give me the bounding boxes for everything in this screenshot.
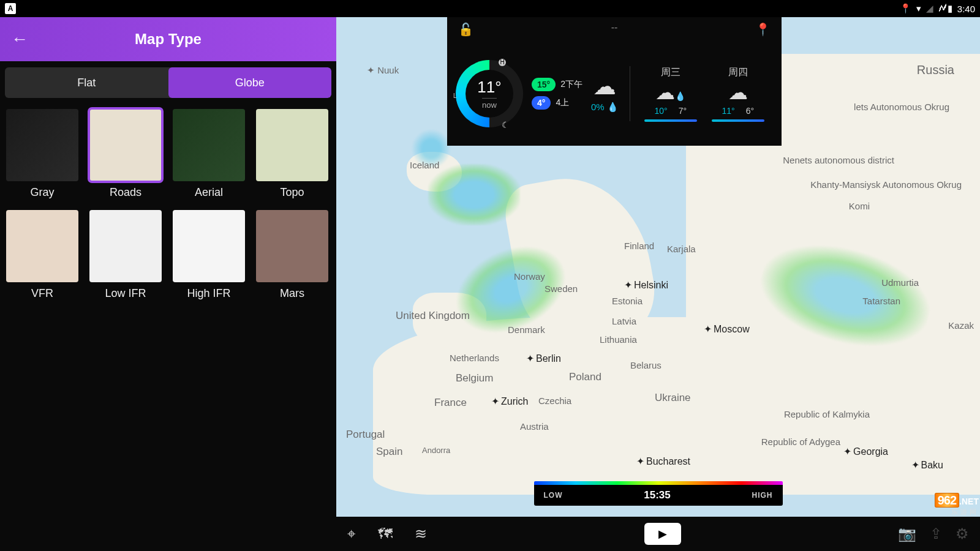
map-icon[interactable]: 🗺 [378, 525, 393, 542]
map-marker: Bucharest [636, 455, 690, 467]
settings-icon[interactable]: ⚙ [956, 525, 969, 542]
layers-icon[interactable]: ≋ [415, 525, 427, 542]
status-bar: A 📍 ▾ ◢ 🗲▮ 3:40 [0, 0, 980, 17]
now-label: now [482, 98, 497, 110]
legend-high: HIGH [752, 491, 772, 500]
map-marker: Georgia [843, 446, 888, 457]
divider [630, 66, 630, 121]
location-pin-icon[interactable]: 📍 [755, 22, 771, 37]
battery-icon: 🗲▮ [938, 3, 952, 14]
share-icon[interactable]: ⇪ [930, 525, 942, 542]
camera-icon[interactable]: 📷 [898, 525, 916, 542]
gauge-low-label: L [453, 92, 457, 99]
hi-temp-badge: 15° [532, 78, 556, 91]
tile-low-ifr[interactable]: Low IFR [89, 210, 162, 300]
segment-globe[interactable]: Globe [168, 67, 332, 98]
legend-low: LOW [544, 491, 563, 500]
lo-temp-badge: 4° [532, 96, 551, 110]
app-badge-icon: A [5, 3, 16, 14]
weather-overlay: 🔓 -- 📍 11° now ☾ L H 15°2下午 4°4上 [447, 17, 782, 146]
clock: 3:40 [957, 4, 975, 14]
tile-high-ifr[interactable]: High IFR [173, 210, 245, 300]
projection-segmented: Flat Globe [5, 67, 331, 98]
locate-icon[interactable]: ⌖ [347, 525, 356, 542]
forecast-day-1[interactable]: 周三 ☁︎💧 10°7° [641, 66, 700, 122]
cloud-icon: ☁︎ [728, 83, 748, 102]
tile-gray[interactable]: Gray [6, 109, 78, 199]
signal-icon: ◢ [926, 3, 933, 14]
location-title: -- [611, 22, 618, 37]
forecast-day-2[interactable]: 周四 ☁︎ 11°6° [709, 66, 767, 122]
play-button[interactable]: ▶ [644, 523, 681, 545]
drop-icon: 💧 [607, 102, 619, 112]
tile-vfr[interactable]: VFR [6, 210, 78, 300]
tile-roads[interactable]: Roads [89, 109, 162, 199]
back-arrow-icon[interactable]: ← [11, 29, 28, 49]
map-marker: Helsinki [624, 279, 668, 291]
cloud-icon: ☁︎ [593, 75, 616, 98]
location-icon: 📍 [900, 3, 911, 14]
gauge-high-label: H [499, 59, 506, 66]
map-marker: Zurich [491, 395, 528, 407]
lock-icon[interactable]: 🔓 [458, 22, 473, 37]
precip-now: ☁︎ 0% 💧 [591, 75, 619, 113]
moon-icon: ☾ [502, 120, 510, 130]
toolbar: ⌖ 🗺 ≋ ▶ 📷 ⇪ ⚙ [336, 517, 980, 551]
map-canvas[interactable]: ✦ Nuuk Iceland Russia lets Autonomous Ok… [336, 17, 980, 551]
current-temp: 11° [477, 78, 501, 97]
panel-header: ← Map Type [0, 17, 336, 61]
site-watermark: 962.NET 乐游网 [935, 493, 979, 517]
temperature-gauge: 11° now ☾ L H [456, 60, 523, 127]
map-type-panel: ← Map Type Flat Globe Gray Roads Aerial … [0, 17, 336, 551]
tile-mars[interactable]: Mars [256, 210, 328, 300]
map-marker: Berlin [526, 353, 561, 364]
tile-topo[interactable]: Topo [256, 109, 328, 199]
timeline-time: 15:35 [644, 489, 670, 501]
high-low: 15°2下午 4°4上 [532, 78, 582, 110]
segment-flat[interactable]: Flat [5, 67, 168, 98]
wifi-icon: ▾ [916, 3, 921, 14]
map-marker: Moscow [704, 323, 750, 335]
tile-aerial[interactable]: Aerial [173, 109, 245, 199]
radar-timeline[interactable]: LOW 15:35 HIGH [534, 481, 783, 506]
rain-icon: ☁︎💧 [655, 83, 685, 102]
panel-title: Map Type [0, 31, 336, 48]
map-style-grid: Gray Roads Aerial Topo VFR Low IFR High … [0, 104, 336, 305]
map-marker: Baku [911, 459, 943, 471]
